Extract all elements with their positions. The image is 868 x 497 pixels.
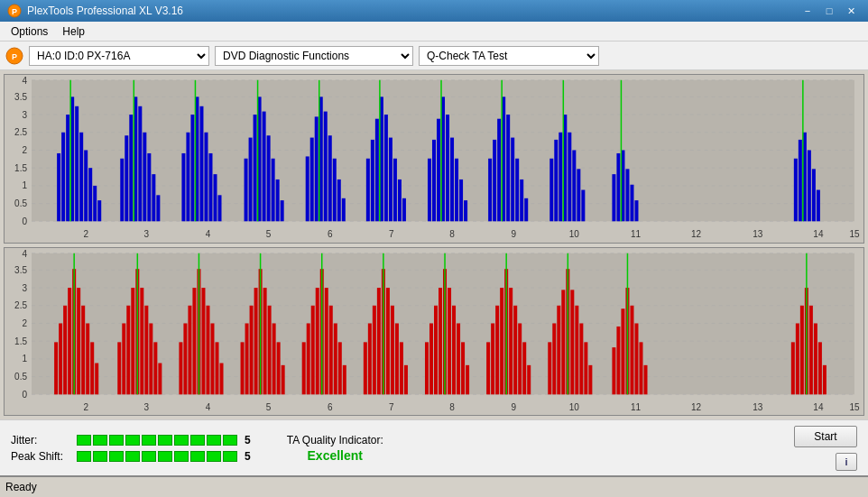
svg-rect-205 xyxy=(210,323,214,394)
svg-rect-286 xyxy=(800,305,804,394)
svg-rect-207 xyxy=(220,363,224,394)
function-select[interactable]: DVD Diagnostic Functions xyxy=(215,46,413,66)
menu-options[interactable]: Options xyxy=(4,23,55,40)
svg-rect-110 xyxy=(493,140,496,221)
peak-shift-bar-2 xyxy=(93,451,107,462)
svg-rect-222 xyxy=(311,305,315,394)
svg-text:2: 2 xyxy=(22,143,27,155)
minimize-button[interactable]: − xyxy=(798,4,817,18)
svg-rect-210 xyxy=(245,323,249,394)
bottom-chart-panel: 0 0.5 1 1.5 2 2.5 3 3.5 4 2 3 4 5 6 7 8 … xyxy=(4,247,864,417)
svg-text:2.5: 2.5 xyxy=(14,126,27,138)
svg-rect-280 xyxy=(634,323,638,394)
svg-text:0: 0 xyxy=(22,215,27,226)
svg-rect-105 xyxy=(455,159,458,222)
svg-rect-129 xyxy=(616,153,620,221)
svg-rect-91 xyxy=(375,119,379,222)
ta-quality-label: TA Quality Indicator: xyxy=(287,434,383,446)
svg-rect-69 xyxy=(245,159,248,222)
drive-select[interactable]: HA:0 ID:0 PX-716A xyxy=(29,46,209,66)
svg-text:1.5: 1.5 xyxy=(14,334,27,345)
peak-shift-bar-5 xyxy=(142,451,156,462)
svg-rect-232 xyxy=(368,323,372,394)
svg-rect-96 xyxy=(398,179,402,221)
svg-rect-57 xyxy=(156,195,160,221)
svg-text:6: 6 xyxy=(328,400,333,412)
svg-text:11: 11 xyxy=(631,400,641,412)
svg-rect-106 xyxy=(459,179,463,221)
svg-rect-113 xyxy=(506,115,510,221)
svg-rect-66 xyxy=(213,174,217,221)
svg-rect-247 xyxy=(448,288,451,394)
svg-rect-218 xyxy=(282,364,285,393)
svg-rect-120 xyxy=(554,140,558,221)
info-button[interactable]: i xyxy=(836,453,857,471)
svg-text:3: 3 xyxy=(144,400,150,412)
svg-rect-49 xyxy=(120,159,124,222)
svg-rect-260 xyxy=(518,323,522,394)
svg-rect-253 xyxy=(486,342,490,394)
svg-rect-216 xyxy=(272,323,276,394)
svg-rect-123 xyxy=(568,133,571,222)
svg-rect-244 xyxy=(434,305,438,394)
svg-text:P: P xyxy=(12,52,17,61)
svg-rect-63 xyxy=(199,106,203,222)
toolbar: P HA:0 ID:0 PX-716A DVD Diagnostic Funct… xyxy=(0,41,868,70)
svg-rect-233 xyxy=(373,305,376,394)
close-button[interactable]: ✕ xyxy=(841,4,861,18)
maximize-button[interactable]: □ xyxy=(819,4,839,18)
menu-help[interactable]: Help xyxy=(55,23,92,40)
svg-rect-135 xyxy=(794,159,798,222)
svg-rect-231 xyxy=(364,342,367,394)
jitter-bar-10 xyxy=(223,435,237,446)
jitter-bar-6 xyxy=(158,435,172,446)
svg-text:14: 14 xyxy=(813,400,823,412)
svg-rect-74 xyxy=(267,135,271,221)
ta-quality-value: Excellent xyxy=(308,448,363,463)
svg-rect-279 xyxy=(630,305,633,394)
jitter-bar-7 xyxy=(174,435,189,446)
svg-text:9: 9 xyxy=(511,227,516,239)
svg-rect-115 xyxy=(515,159,519,222)
svg-rect-237 xyxy=(391,305,394,394)
svg-rect-64 xyxy=(204,133,208,222)
jitter-bar-2 xyxy=(93,435,107,446)
peak-shift-label: Peak Shift: xyxy=(11,450,69,463)
status-bar: Ready xyxy=(0,475,868,497)
svg-rect-179 xyxy=(68,288,71,394)
jitter-bars xyxy=(77,435,237,446)
svg-rect-79 xyxy=(306,156,309,221)
svg-rect-43 xyxy=(79,133,83,222)
status-text: Ready xyxy=(5,481,37,493)
svg-text:7: 7 xyxy=(389,227,394,239)
svg-rect-248 xyxy=(452,305,456,394)
svg-rect-104 xyxy=(450,138,454,222)
test-select[interactable]: Q-Check TA Test xyxy=(419,46,599,66)
svg-rect-256 xyxy=(500,288,503,394)
svg-rect-189 xyxy=(126,305,130,394)
svg-rect-228 xyxy=(338,342,342,394)
svg-rect-94 xyxy=(389,138,392,222)
start-button[interactable]: Start xyxy=(794,426,857,447)
svg-rect-251 xyxy=(466,364,469,393)
svg-text:15: 15 xyxy=(849,227,859,239)
svg-text:8: 8 xyxy=(449,400,455,412)
svg-rect-200 xyxy=(188,305,191,394)
svg-rect-206 xyxy=(215,342,218,394)
svg-rect-196 xyxy=(158,363,162,394)
svg-text:1: 1 xyxy=(22,179,27,191)
title-bar-controls: − □ ✕ xyxy=(798,4,861,18)
svg-rect-128 xyxy=(612,174,615,221)
peak-shift-bars xyxy=(77,451,237,462)
svg-rect-183 xyxy=(86,323,89,394)
svg-rect-264 xyxy=(548,342,551,394)
svg-rect-187 xyxy=(117,342,121,394)
svg-rect-211 xyxy=(250,305,254,394)
svg-rect-267 xyxy=(561,290,565,394)
svg-text:4: 4 xyxy=(22,75,27,87)
top-chart: 0 0.5 1 1.5 2 2.5 3 3.5 4 2 3 4 5 6 7 8 … xyxy=(5,75,863,243)
svg-text:2: 2 xyxy=(83,400,88,412)
main-content: 0 0.5 1 1.5 2 2.5 3 3.5 4 2 3 4 5 6 7 8 … xyxy=(0,70,868,419)
svg-rect-261 xyxy=(522,342,526,394)
svg-rect-188 xyxy=(122,323,125,394)
